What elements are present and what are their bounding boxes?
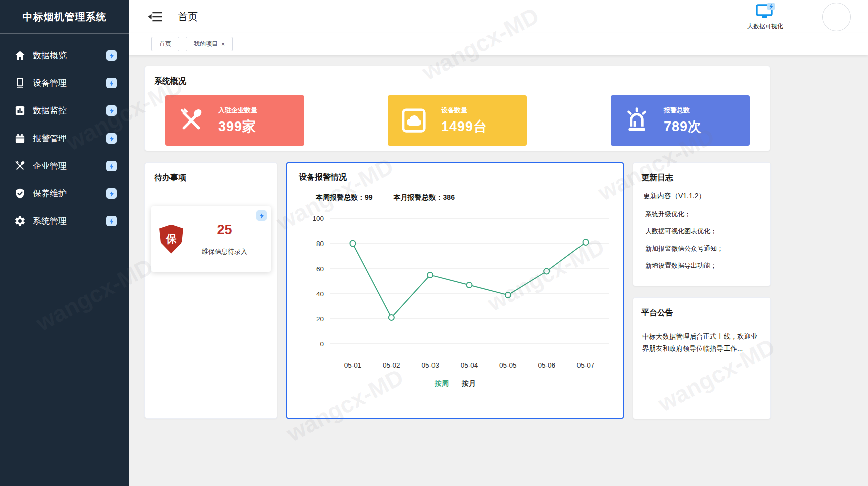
announcement-panel: 平台公告 中标大数据管理后台正式上线，欢迎业界朋友和政府领导位临指导工作... [633,297,771,419]
right-column: 更新日志 更新内容（V1.1.2） 系统升级优化；大数据可视化图表优化；新加报警… [633,162,771,419]
stat-value: 399家 [218,117,257,136]
utensils-icon [177,106,205,135]
announcement-content: 中标大数据管理后台正式上线，欢迎业界朋友和政府领导位临指导工作... [641,331,762,355]
lightning-badge-icon [106,105,117,116]
sidebar-item-label: 数据监控 [33,105,67,116]
gear-icon [14,215,26,227]
svg-text:0: 0 [320,340,324,348]
todo-panel: 待办事项 保 25 维保信息待录入 [144,162,277,419]
changelog-item: 新增设置数据导出功能； [645,257,762,274]
alarm-line-chart: 02040608010005-0105-0205-0305-0405-0505-… [299,204,612,373]
stat-value: 789次 [664,117,702,136]
app-root: 中标烟机管理系统 数据概览设备管理数据监控报警管理企业管理保养维护系统管理 首页 [0,0,868,486]
cloud-icon [400,106,428,135]
chart-button-按月[interactable]: 按月 [462,379,476,388]
changelog-title: 更新日志 [641,173,762,183]
stat-card: 报警总数789次 [611,95,750,146]
month-total: 本月报警总数：386 [394,193,455,202]
svg-text:40: 40 [316,290,324,298]
announcement-title: 平台公告 [641,308,762,318]
sidebar-item-label: 设备管理 [33,77,67,89]
sidebar-item-label: 企业管理 [33,160,67,172]
tab-bar: 首页我的项目× [129,33,868,55]
changelog-item: 大数据可视化图表优化； [645,223,762,240]
sidebar-item[interactable]: 企业管理 [0,152,129,180]
tab-close-icon[interactable]: × [221,41,225,47]
svg-text:100: 100 [312,215,324,222]
sidebar-item[interactable]: 保养维护 [0,180,129,207]
topbar-right: 大数据可视化 [747,3,851,31]
changelog-item: 新加报警微信公众号通知； [645,240,762,257]
chart-stats: 本周报警总数：99 本月报警总数：386 [299,193,612,202]
overview-cards: 入驻企业数量399家设备数量1499台报警总数789次 [154,95,750,146]
content: 系统概况 入驻企业数量399家设备数量1499台报警总数789次 待办事项 保 … [129,55,868,486]
svg-text:80: 80 [316,240,324,248]
svg-text:05-03: 05-03 [421,361,439,369]
todo-count: 25 [183,222,266,238]
bar-chart-icon [14,104,26,117]
sidebar-item[interactable]: 系统管理 [0,207,129,235]
lightning-badge-icon [256,210,267,221]
sidebar-item[interactable]: 报警管理 [0,125,129,152]
stat-card: 设备数量1499台 [388,95,527,146]
tab-首页[interactable]: 首页 [151,37,179,51]
sidebar-item[interactable]: 数据监控 [0,97,129,125]
stat-label: 入驻企业数量 [218,106,257,115]
sidebar: 中标烟机管理系统 数据概览设备管理数据监控报警管理企业管理保养维护系统管理 [0,0,129,486]
changelog-subtitle: 更新内容（V1.1.2） [641,192,762,201]
main-area: 首页 大数据可视化 首页我的项目× [129,0,868,486]
stat-value: 1499台 [441,117,487,136]
sidebar-item[interactable]: 设备管理 [0,69,129,97]
todo-title: 待办事项 [151,173,271,183]
topbar: 首页 大数据可视化 [129,0,868,33]
device-alarm-panel: 设备报警情况 本周报警总数：99 本月报警总数：386 020406080100… [286,162,624,419]
stat-label: 报警总数 [664,106,702,115]
big-data-visualization-button[interactable]: 大数据可视化 [747,3,783,31]
lightning-badge-icon [106,133,117,144]
tab-我的项目[interactable]: 我的项目× [186,37,233,51]
sidebar-item-label: 保养维护 [33,188,67,199]
tab-label: 首页 [159,40,171,48]
lightning-badge-icon [106,188,117,199]
svg-text:05-06: 05-06 [538,361,555,369]
stat-card: 入驻企业数量399家 [165,95,304,146]
chart-title: 设备报警情况 [299,172,612,183]
changelog-panel: 更新日志 更新内容（V1.1.2） 系统升级优化；大数据可视化图表优化；新加报警… [633,162,771,286]
shield-check-icon [14,187,26,200]
overview-title: 系统概况 [154,76,750,87]
calendar-icon [14,132,26,145]
todo-item-card[interactable]: 保 25 维保信息待录入 [151,206,271,272]
stat-label: 设备数量 [441,106,487,115]
breadcrumb: 首页 [178,10,198,24]
sidebar-item-label: 数据概览 [33,50,67,61]
svg-text:60: 60 [316,265,324,273]
avatar[interactable] [822,3,851,31]
lightning-badge-icon [106,161,117,171]
chart-period-buttons: 按周按月 [299,379,612,388]
app-title: 中标烟机管理系统 [0,0,129,34]
week-total: 本周报警总数：99 [316,193,373,202]
todo-info: 25 维保信息待录入 [183,222,266,256]
sidebar-item-label: 报警管理 [33,133,67,144]
stat-text: 设备数量1499台 [441,106,487,136]
svg-text:05-07: 05-07 [577,361,595,369]
todo-label: 维保信息待录入 [183,247,266,256]
visualization-label: 大数据可视化 [747,22,783,31]
sidebar-menu: 数据概览设备管理数据监控报警管理企业管理保养维护系统管理 [0,34,129,235]
monitor-icon [755,3,775,19]
maintenance-shield-icon: 保 [159,225,183,254]
svg-text:05-05: 05-05 [499,361,517,369]
system-overview-panel: 系统概况 入驻企业数量399家设备数量1499台报警总数789次 [144,66,770,151]
svg-text:05-02: 05-02 [383,361,400,369]
sidebar-item-label: 系统管理 [33,215,67,227]
svg-text:05-04: 05-04 [461,361,478,369]
changelog-item: 系统升级优化； [645,206,762,223]
home-icon [14,49,26,62]
chart-button-按周[interactable]: 按周 [435,379,449,388]
collapse-menu-icon[interactable] [147,10,162,23]
tab-label: 我的项目 [194,40,218,48]
svg-text:20: 20 [316,315,324,323]
sidebar-item[interactable]: 数据概览 [0,42,129,69]
changelog-items: 系统升级优化；大数据可视化图表优化；新加报警微信公众号通知；新增设置数据导出功能… [641,206,762,274]
utensils-icon [14,160,26,172]
